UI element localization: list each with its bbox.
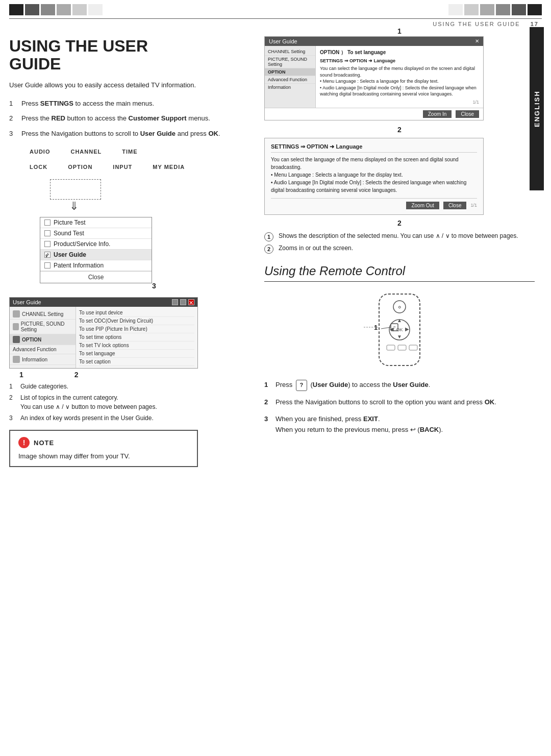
bar-4: [57, 4, 71, 15]
ug-content-item-7: To set caption: [79, 358, 194, 366]
popup-sound-test: Sound Test: [40, 228, 152, 239]
ug-screenshot-1-titlebar: User Guide ✕: [265, 37, 483, 46]
ug-icon-1[interactable]: [172, 299, 178, 305]
window-label-2: 2: [74, 371, 79, 379]
bar-3: [41, 4, 55, 15]
bar-r1: [448, 4, 463, 15]
ug-sc1-path: OPTION ） To set language: [320, 49, 479, 56]
right-column: ENGLISH 1 User Guide ✕ CHANNEL Setting P…: [259, 27, 535, 467]
svg-rect-14: [398, 345, 406, 350]
ug-sidebar: CHANNEL Setting PICTURE, SOUND Setting O…: [10, 307, 76, 368]
menu-audio: AUDIO: [30, 149, 50, 155]
ug-window-titlebar: User Guide ✕: [10, 298, 197, 307]
window-number-labels: 1 2: [19, 371, 249, 379]
close-button-2[interactable]: Close: [443, 202, 467, 209]
remote-step-1: 1 Press ? (User Guide) to access the Use…: [264, 380, 535, 391]
popup-close-button[interactable]: Close: [40, 271, 152, 283]
left-column: USING THE USER GUIDE User Guide allows y…: [9, 27, 259, 467]
ug-sc1-sb-option: OPTION: [265, 68, 315, 76]
ug-sc1-sb-item2: PICTURE, SOUND Setting: [265, 56, 315, 68]
arrow-down-icon: ⇓: [69, 200, 79, 213]
bar-1: [9, 4, 23, 15]
menu-channel: CHANNEL: [70, 149, 102, 155]
note-box: ! NOTE Image shown may differ from your …: [9, 430, 198, 467]
ug-screenshot-1-body: CHANNEL Setting PICTURE, SOUND Setting O…: [265, 46, 483, 108]
checkbox-sound-test: [44, 230, 51, 236]
popup-patent-info: Patent Information: [40, 260, 152, 271]
ug-content-item-1: To use input device: [79, 309, 194, 317]
channel-icon: [13, 310, 20, 318]
ug-sidebar-item-picture[interactable]: PICTURE, SOUND Setting: [10, 320, 76, 334]
section-intro: User Guide allows you to easily access d…: [9, 80, 249, 90]
menu-time: TIME: [122, 149, 137, 155]
svg-text:◀: ◀: [390, 326, 394, 332]
menu-option: OPTION: [68, 164, 92, 170]
page-header: USING THE USER USING THE USER GUIDE 17: [0, 19, 551, 27]
svg-text:OK: OK: [396, 327, 403, 332]
step-2: 2 Press the RED button to access the Cus…: [9, 113, 249, 124]
ug-content-area: To use input device To set ODC(Over Driv…: [76, 307, 197, 368]
settings-detail-box: SETTINGS ⇒ OPTION ➜ Language You can sel…: [264, 138, 484, 215]
ug-window-body: CHANNEL Setting PICTURE, SOUND Setting O…: [10, 307, 197, 368]
ug-sidebar-item-advanced[interactable]: Advanced Function: [10, 345, 76, 354]
ug-sc1-sb-item1: CHANNEL Setting: [265, 48, 315, 56]
user-guide-screenshot-1: User Guide ✕ CHANNEL Setting PICTURE, SO…: [264, 36, 484, 120]
remote-section: Using the Remote Control ⭘ ? 1: [264, 264, 535, 435]
svg-text:⭘: ⭘: [397, 305, 402, 310]
ug-sc1-sidebar: CHANNEL Setting PICTURE, SOUND Setting O…: [265, 46, 316, 108]
bar-2: [25, 4, 39, 15]
title-line-2: GUIDE: [9, 55, 249, 73]
checkbox-picture-test: [44, 220, 51, 226]
screenshot-1-bottom-label: 2: [264, 126, 535, 134]
ug-sc1-content: OPTION ） To set language SETTINGS ⇒ OPTI…: [316, 46, 483, 108]
ug-screenshot-1-footer: Zoom In Close: [265, 108, 483, 120]
popup-user-guide: ✓ User Guide: [40, 250, 152, 260]
remote-step-2: 2 Press the Navigation buttons to scroll…: [264, 397, 535, 408]
zoom-out-button[interactable]: Zoom Out: [406, 202, 439, 209]
ug-icon-2[interactable]: [180, 299, 186, 305]
ug-icon-close[interactable]: ✕: [188, 299, 194, 305]
english-sidebar: ENGLISH: [530, 27, 544, 190]
ug-sc1-sb-adv: Advanced Function: [265, 76, 315, 84]
top-bars-right: [448, 4, 542, 15]
note-text: Image shown may differ from your TV.: [18, 452, 189, 460]
top-bars-left: [9, 4, 103, 15]
bar-5: [72, 4, 87, 15]
top-bars: [0, 0, 551, 15]
picture-icon: [13, 323, 19, 330]
zoom-in-button[interactable]: Zoom In: [423, 110, 452, 118]
menu-row-1: AUDIO CHANNEL TIME: [30, 149, 249, 155]
remote-step-3: 3 When you are finished, press EXIT.When…: [264, 414, 535, 435]
info-icon: [13, 356, 20, 363]
ug-window-title: User Guide: [13, 299, 41, 305]
ug-sidebar-item-channel[interactable]: CHANNEL Setting: [10, 309, 76, 320]
bar-r3: [480, 4, 494, 15]
ug-sidebar-item-option[interactable]: OPTION: [10, 334, 76, 345]
close-button-1[interactable]: Close: [456, 110, 479, 118]
ug-sidebar-item-info[interactable]: Information: [10, 354, 76, 365]
screenshot-1-label: 1: [264, 27, 535, 35]
settings-footer: Zoom Out Close 1/1: [271, 198, 477, 209]
screenshot-2-bottom-label: 2: [264, 219, 535, 227]
popup-picture-test: Picture Test: [40, 217, 152, 228]
svg-text:▼: ▼: [397, 334, 402, 339]
remote-section-title: Using the Remote Control: [264, 264, 535, 282]
menu-row-2: LOCK OPTION INPUT MY MEDIA: [30, 164, 249, 170]
remote-illustration: ⭘ ? 1 OK ▲ ▼ ◀ ▶: [348, 289, 450, 373]
label-row-3: 3 An index of key words present in the U…: [9, 413, 249, 423]
settings-page: 1/1: [470, 203, 477, 208]
window-label-1: 1: [19, 371, 23, 379]
remote-steps: 1 Press ? (User Guide) to access the Use…: [264, 380, 535, 435]
arrow-area: ⇓: [50, 179, 249, 213]
customer-support-popup: Picture Test Sound Test Product/Service …: [40, 217, 152, 283]
ug-sc1-sb-info: Information: [265, 84, 315, 91]
label-row-1: 1 Guide categories.: [9, 382, 249, 391]
ug-window-icons: ✕: [172, 299, 194, 305]
step-3: 3 Press the Navigation buttons to scroll…: [9, 129, 249, 139]
menu-input: INPUT: [113, 164, 132, 170]
annotation-circle-2: 2: [264, 245, 273, 254]
bar-r5: [512, 4, 526, 15]
annotation-1: 1 Shows the description of the selected …: [264, 232, 535, 241]
svg-rect-13: [387, 345, 395, 350]
ug-sc1-path2: SETTINGS ⇒ OPTION ➜ Language: [320, 58, 479, 63]
